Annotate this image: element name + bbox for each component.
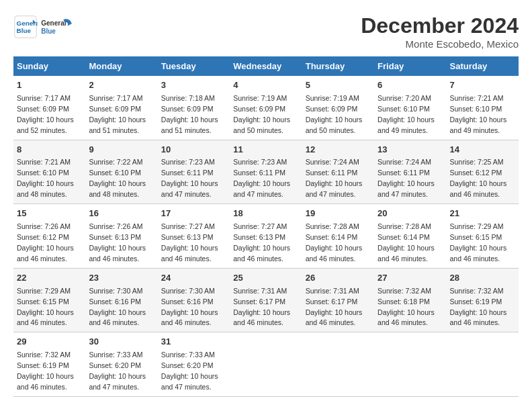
day-number: 23	[89, 272, 154, 285]
day-info: Sunrise: 7:26 AM Sunset: 6:13 PM Dayligh…	[89, 222, 146, 263]
calendar-cell: 25Sunrise: 7:31 AM Sunset: 6:17 PM Dayli…	[230, 268, 302, 332]
svg-text:Blue: Blue	[41, 28, 56, 35]
column-header-saturday: Saturday	[447, 56, 519, 76]
calendar-cell: 6Sunrise: 7:20 AM Sunset: 6:10 PM Daylig…	[374, 76, 446, 140]
day-number: 5	[306, 79, 371, 92]
day-number: 15	[17, 208, 82, 220]
day-info: Sunrise: 7:17 AM Sunset: 6:09 PM Dayligh…	[89, 94, 146, 134]
day-info: Sunrise: 7:31 AM Sunset: 6:17 PM Dayligh…	[233, 287, 290, 327]
calendar-cell: 10Sunrise: 7:23 AM Sunset: 6:11 PM Dayli…	[158, 140, 230, 204]
day-number: 1	[17, 79, 82, 92]
calendar-cell: 18Sunrise: 7:27 AM Sunset: 6:13 PM Dayli…	[230, 204, 302, 269]
calendar-cell: 23Sunrise: 7:30 AM Sunset: 6:16 PM Dayli…	[85, 268, 157, 332]
day-info: Sunrise: 7:26 AM Sunset: 6:12 PM Dayligh…	[17, 222, 74, 263]
day-info: Sunrise: 7:19 AM Sunset: 6:09 PM Dayligh…	[233, 94, 290, 134]
page-header: General Blue General Blue December 2024 …	[13, 13, 519, 50]
day-info: Sunrise: 7:18 AM Sunset: 6:09 PM Dayligh…	[161, 94, 218, 134]
calendar-cell: 15Sunrise: 7:26 AM Sunset: 6:12 PM Dayli…	[13, 204, 85, 269]
day-number: 3	[161, 79, 226, 92]
calendar-cell: 24Sunrise: 7:30 AM Sunset: 6:16 PM Dayli…	[158, 268, 230, 332]
calendar-cell: 20Sunrise: 7:28 AM Sunset: 6:14 PM Dayli…	[374, 204, 446, 269]
day-number: 26	[306, 272, 371, 285]
calendar-cell: 26Sunrise: 7:31 AM Sunset: 6:17 PM Dayli…	[302, 268, 374, 332]
logo-icon: General Blue	[13, 15, 38, 39]
logo: General Blue General Blue	[13, 13, 74, 40]
calendar-cell	[447, 332, 519, 397]
calendar-cell: 19Sunrise: 7:28 AM Sunset: 6:14 PM Dayli…	[302, 204, 374, 269]
calendar-cell: 22Sunrise: 7:29 AM Sunset: 6:15 PM Dayli…	[13, 268, 85, 332]
day-number: 13	[378, 144, 443, 156]
calendar-cell: 3Sunrise: 7:18 AM Sunset: 6:09 PM Daylig…	[158, 76, 230, 140]
day-info: Sunrise: 7:27 AM Sunset: 6:13 PM Dayligh…	[233, 222, 290, 263]
day-info: Sunrise: 7:23 AM Sunset: 6:11 PM Dayligh…	[233, 158, 290, 198]
day-number: 20	[378, 208, 443, 220]
day-number: 14	[450, 144, 515, 156]
calendar-cell: 8Sunrise: 7:21 AM Sunset: 6:10 PM Daylig…	[13, 140, 85, 204]
calendar-cell: 13Sunrise: 7:24 AM Sunset: 6:11 PM Dayli…	[374, 140, 446, 204]
day-info: Sunrise: 7:32 AM Sunset: 6:19 PM Dayligh…	[17, 351, 74, 391]
calendar-cell: 29Sunrise: 7:32 AM Sunset: 6:19 PM Dayli…	[13, 332, 85, 397]
day-number: 7	[450, 79, 515, 92]
day-number: 28	[450, 272, 515, 285]
header-row: SundayMondayTuesdayWednesdayThursdayFrid…	[13, 56, 519, 76]
calendar-cell: 14Sunrise: 7:25 AM Sunset: 6:12 PM Dayli…	[447, 140, 519, 204]
day-info: Sunrise: 7:19 AM Sunset: 6:09 PM Dayligh…	[306, 94, 363, 134]
day-info: Sunrise: 7:33 AM Sunset: 6:20 PM Dayligh…	[161, 351, 218, 391]
column-header-friday: Friday	[374, 56, 446, 76]
day-info: Sunrise: 7:27 AM Sunset: 6:13 PM Dayligh…	[161, 222, 218, 263]
day-info: Sunrise: 7:25 AM Sunset: 6:12 PM Dayligh…	[450, 158, 507, 198]
calendar-week-1: 1Sunrise: 7:17 AM Sunset: 6:09 PM Daylig…	[13, 76, 519, 140]
calendar-cell: 4Sunrise: 7:19 AM Sunset: 6:09 PM Daylig…	[230, 76, 302, 140]
calendar-cell: 21Sunrise: 7:29 AM Sunset: 6:15 PM Dayli…	[447, 204, 519, 269]
calendar-cell: 9Sunrise: 7:22 AM Sunset: 6:10 PM Daylig…	[85, 140, 157, 204]
calendar-cell	[230, 332, 302, 397]
calendar-cell: 7Sunrise: 7:21 AM Sunset: 6:10 PM Daylig…	[447, 76, 519, 140]
calendar-cell: 28Sunrise: 7:32 AM Sunset: 6:19 PM Dayli…	[447, 268, 519, 332]
calendar-cell: 1Sunrise: 7:17 AM Sunset: 6:09 PM Daylig…	[13, 76, 85, 140]
column-header-monday: Monday	[85, 56, 157, 76]
day-number: 30	[89, 336, 154, 349]
calendar-cell: 17Sunrise: 7:27 AM Sunset: 6:13 PM Dayli…	[158, 204, 230, 269]
calendar-week-3: 15Sunrise: 7:26 AM Sunset: 6:12 PM Dayli…	[13, 204, 519, 269]
column-header-tuesday: Tuesday	[158, 56, 230, 76]
month-title: December 2024	[361, 13, 519, 38]
day-number: 12	[306, 144, 371, 156]
title-block: December 2024 Monte Escobedo, Mexico	[361, 13, 519, 50]
calendar-week-2: 8Sunrise: 7:21 AM Sunset: 6:10 PM Daylig…	[13, 140, 519, 204]
day-number: 31	[161, 336, 226, 349]
calendar-cell	[302, 332, 374, 397]
calendar-cell	[374, 332, 446, 397]
day-number: 2	[89, 79, 154, 92]
day-info: Sunrise: 7:21 AM Sunset: 6:10 PM Dayligh…	[17, 158, 74, 198]
day-info: Sunrise: 7:31 AM Sunset: 6:17 PM Dayligh…	[306, 287, 363, 327]
day-number: 21	[450, 208, 515, 220]
day-info: Sunrise: 7:17 AM Sunset: 6:09 PM Dayligh…	[17, 94, 74, 134]
day-number: 27	[378, 272, 443, 285]
day-info: Sunrise: 7:28 AM Sunset: 6:14 PM Dayligh…	[378, 222, 435, 263]
day-info: Sunrise: 7:24 AM Sunset: 6:11 PM Dayligh…	[378, 158, 435, 198]
location: Monte Escobedo, Mexico	[361, 38, 519, 50]
calendar-cell: 5Sunrise: 7:19 AM Sunset: 6:09 PM Daylig…	[302, 76, 374, 140]
day-info: Sunrise: 7:29 AM Sunset: 6:15 PM Dayligh…	[17, 287, 74, 327]
calendar-cell: 16Sunrise: 7:26 AM Sunset: 6:13 PM Dayli…	[85, 204, 157, 269]
calendar-cell: 2Sunrise: 7:17 AM Sunset: 6:09 PM Daylig…	[85, 76, 157, 140]
day-info: Sunrise: 7:28 AM Sunset: 6:14 PM Dayligh…	[306, 222, 363, 263]
day-number: 11	[233, 144, 298, 156]
day-number: 8	[17, 144, 82, 156]
day-number: 29	[17, 336, 82, 349]
day-number: 22	[17, 272, 82, 285]
day-info: Sunrise: 7:21 AM Sunset: 6:10 PM Dayligh…	[450, 94, 507, 134]
day-info: Sunrise: 7:32 AM Sunset: 6:18 PM Dayligh…	[378, 287, 435, 327]
day-number: 9	[89, 144, 154, 156]
day-number: 18	[233, 208, 298, 220]
day-number: 16	[89, 208, 154, 220]
calendar-cell: 30Sunrise: 7:33 AM Sunset: 6:20 PM Dayli…	[85, 332, 157, 397]
svg-text:General: General	[17, 19, 38, 27]
day-info: Sunrise: 7:24 AM Sunset: 6:11 PM Dayligh…	[306, 158, 363, 198]
svg-text:Blue: Blue	[17, 27, 32, 34]
day-info: Sunrise: 7:22 AM Sunset: 6:10 PM Dayligh…	[89, 158, 146, 198]
svg-text:General: General	[41, 19, 66, 27]
column-header-wednesday: Wednesday	[230, 56, 302, 76]
day-info: Sunrise: 7:30 AM Sunset: 6:16 PM Dayligh…	[89, 287, 146, 327]
day-info: Sunrise: 7:32 AM Sunset: 6:19 PM Dayligh…	[450, 287, 507, 327]
